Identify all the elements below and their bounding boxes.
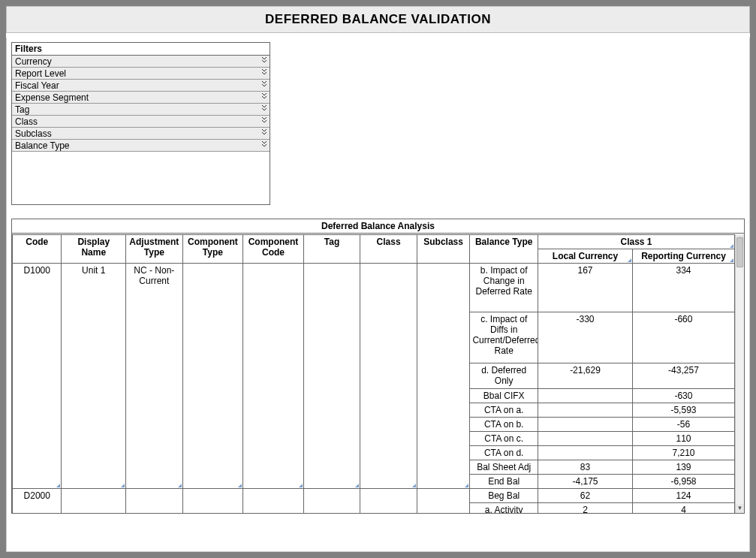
chevron-down-icon[interactable] bbox=[259, 68, 270, 79]
col-header-reporting-currency[interactable]: Reporting Currency bbox=[632, 249, 734, 264]
chevron-down-icon[interactable] bbox=[259, 56, 270, 67]
cell-local-currency[interactable] bbox=[538, 403, 633, 418]
chevron-down-icon[interactable] bbox=[259, 140, 270, 151]
col-header-code[interactable]: Code bbox=[13, 235, 62, 264]
cell-display-name[interactable]: Unit 1 bbox=[62, 264, 126, 489]
scroll-thumb[interactable] bbox=[736, 237, 743, 267]
filter-row-subclass[interactable]: Subclass bbox=[12, 128, 270, 140]
filter-row-tag[interactable]: Tag bbox=[12, 104, 270, 116]
cell-reporting-currency[interactable]: -56 bbox=[632, 418, 734, 432]
cell-class[interactable] bbox=[360, 264, 417, 489]
cell-balance-type-label: CTA on d. bbox=[484, 448, 523, 458]
cell-local-currency[interactable]: 2 bbox=[538, 503, 633, 514]
col-header-adjustment-type[interactable]: Adjustment Type bbox=[126, 235, 183, 264]
cell-local-currency[interactable]: -4,175 bbox=[538, 475, 633, 489]
filter-row-fiscal-year[interactable]: Fiscal Year bbox=[12, 80, 270, 92]
cell-local-currency[interactable] bbox=[538, 446, 633, 460]
cell-handle-icon[interactable] bbox=[412, 484, 416, 487]
cell-tag[interactable] bbox=[303, 489, 360, 514]
table-row: D1000Unit 1NC - Non-Currentb. Impact of … bbox=[13, 264, 735, 312]
chevron-down-icon[interactable] bbox=[259, 80, 270, 91]
cell-adjustment-type[interactable] bbox=[126, 489, 183, 514]
cell-balance-type[interactable]: d. Deferred Only bbox=[470, 363, 538, 389]
cell-class[interactable] bbox=[360, 489, 417, 514]
cell-local-currency[interactable] bbox=[538, 389, 633, 403]
chevron-down-icon[interactable] bbox=[259, 92, 270, 103]
chevron-down-icon[interactable] bbox=[259, 104, 270, 115]
cell-handle-icon[interactable] bbox=[355, 484, 359, 487]
sort-handle-icon[interactable] bbox=[730, 258, 733, 262]
col-header-component-code[interactable]: Component Code bbox=[243, 235, 304, 264]
filter-row-report-level[interactable]: Report Level bbox=[12, 68, 270, 80]
col-header-subclass[interactable]: Subclass bbox=[417, 235, 470, 264]
cell-balance-type[interactable]: Bbal CIFX bbox=[470, 389, 538, 403]
chevron-down-icon[interactable] bbox=[259, 128, 270, 139]
cell-balance-type[interactable]: CTA on a. bbox=[470, 403, 538, 418]
cell-balance-type[interactable]: CTA on d. bbox=[470, 446, 538, 460]
col-header-balance-type[interactable]: Balance Type bbox=[470, 235, 538, 264]
cell-reporting-currency[interactable]: 4 bbox=[632, 503, 734, 514]
cell-display-name-label: Unit 1 bbox=[82, 265, 105, 276]
cell-subclass[interactable] bbox=[417, 264, 470, 489]
cell-local-currency[interactable]: 83 bbox=[538, 460, 633, 475]
cell-reporting-currency[interactable]: -5,593 bbox=[632, 403, 734, 418]
cell-balance-type[interactable]: a. Activity bbox=[470, 503, 538, 514]
cell-balance-type-label: c. Impact of Diffs in Current/Deferred R… bbox=[472, 314, 538, 356]
cell-balance-type-label: a. Activity bbox=[485, 505, 523, 513]
cell-tag[interactable] bbox=[303, 264, 360, 489]
cell-local-currency[interactable]: -21,629 bbox=[538, 363, 633, 389]
cell-handle-icon[interactable] bbox=[299, 484, 303, 487]
cell-handle-icon[interactable] bbox=[465, 484, 468, 487]
cell-reporting-currency[interactable]: -43,257 bbox=[632, 363, 734, 389]
col-header-display-name[interactable]: Display Name bbox=[62, 235, 126, 264]
col-header-component-type[interactable]: Component Type bbox=[182, 235, 243, 264]
cell-reporting-currency[interactable]: 7,210 bbox=[632, 446, 734, 460]
col-header-class1[interactable]: Class 1 bbox=[538, 235, 735, 249]
cell-balance-type[interactable]: End Bal bbox=[470, 475, 538, 489]
cell-reporting-currency[interactable]: 139 bbox=[632, 460, 734, 475]
cell-handle-icon[interactable] bbox=[121, 484, 125, 487]
cell-reporting-currency[interactable]: -630 bbox=[632, 389, 734, 403]
cell-handle-icon[interactable] bbox=[238, 484, 242, 487]
filter-row-currency[interactable]: Currency bbox=[12, 56, 270, 68]
cell-balance-type[interactable]: Beg Bal bbox=[470, 489, 538, 503]
cell-local-currency[interactable]: 167 bbox=[538, 264, 633, 312]
filter-row-class[interactable]: Class bbox=[12, 116, 270, 128]
cell-local-currency[interactable]: 62 bbox=[538, 489, 633, 503]
cell-code[interactable]: D2000 bbox=[13, 489, 62, 514]
cell-balance-type[interactable]: b. Impact of Change in Deferred Rate bbox=[470, 264, 538, 312]
cell-balance-type[interactable]: Bal Sheet Adj bbox=[470, 460, 538, 475]
chevron-down-icon[interactable] bbox=[259, 116, 270, 127]
sort-handle-icon[interactable] bbox=[730, 244, 733, 248]
cell-handle-icon[interactable] bbox=[56, 484, 60, 487]
cell-balance-type[interactable]: CTA on c. bbox=[470, 432, 538, 446]
cell-adjustment-type[interactable]: NC - Non-Current bbox=[126, 264, 183, 489]
vertical-scrollbar[interactable]: ▲ ▼ bbox=[735, 234, 744, 513]
cell-component-type[interactable] bbox=[182, 264, 243, 489]
cell-display-name[interactable] bbox=[62, 489, 126, 514]
cell-local-currency[interactable]: -330 bbox=[538, 312, 633, 363]
cell-component-type[interactable] bbox=[182, 489, 243, 514]
cell-balance-type[interactable]: CTA on b. bbox=[470, 418, 538, 432]
cell-local-currency[interactable] bbox=[538, 418, 633, 432]
col-header-class[interactable]: Class bbox=[360, 235, 417, 264]
cell-reporting-currency[interactable]: 110 bbox=[632, 432, 734, 446]
cell-local-currency[interactable] bbox=[538, 432, 633, 446]
col-header-tag[interactable]: Tag bbox=[303, 235, 360, 264]
cell-reporting-currency[interactable]: 124 bbox=[632, 489, 734, 503]
cell-reporting-currency[interactable]: 334 bbox=[632, 264, 734, 312]
cell-subclass[interactable] bbox=[417, 489, 470, 514]
filter-row-balance-type[interactable]: Balance Type bbox=[12, 140, 270, 152]
cell-handle-icon[interactable] bbox=[178, 484, 182, 487]
cell-component-code[interactable] bbox=[243, 264, 304, 489]
cell-code[interactable]: D1000 bbox=[13, 264, 62, 489]
filter-row-expense-segment[interactable]: Expense Segment bbox=[12, 92, 270, 104]
sort-handle-icon[interactable] bbox=[628, 258, 631, 262]
col-header-local-currency[interactable]: Local Currency bbox=[538, 249, 633, 264]
analysis-scroll-area[interactable]: Code Display Name Adjustment Type Compon… bbox=[12, 234, 735, 513]
cell-reporting-currency[interactable]: -6,958 bbox=[632, 475, 734, 489]
cell-component-code[interactable] bbox=[243, 489, 304, 514]
scroll-down-icon[interactable]: ▼ bbox=[736, 504, 744, 513]
cell-balance-type[interactable]: c. Impact of Diffs in Current/Deferred R… bbox=[470, 312, 538, 363]
cell-reporting-currency[interactable]: -660 bbox=[632, 312, 734, 363]
